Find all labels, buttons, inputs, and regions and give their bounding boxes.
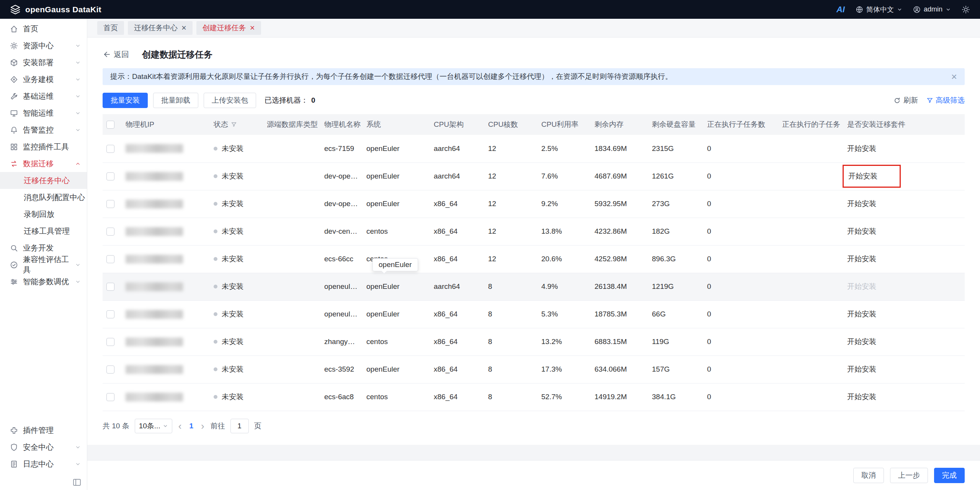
back-button[interactable]: 返回: [103, 49, 129, 60]
sidebar-subitem-label: 消息队列配置中心: [24, 192, 85, 203]
row-checkbox[interactable]: [106, 310, 114, 318]
select-all-cell: [103, 114, 122, 135]
current-page-button[interactable]: 1: [188, 422, 195, 430]
system-cell: openEuler: [363, 300, 430, 328]
close-icon[interactable]: ×: [951, 72, 957, 82]
start-install-link[interactable]: 开始安装: [847, 255, 876, 263]
row-checkbox[interactable]: [106, 283, 114, 291]
user-menu[interactable]: admin: [913, 5, 951, 13]
page-header: 返回 创建数据迁移任务: [103, 45, 965, 64]
start-install-link[interactable]: 开始安装: [848, 172, 877, 180]
language-selector[interactable]: 简体中文: [856, 5, 902, 14]
sidebar-item-plugin-mgmt[interactable]: 插件管理: [0, 422, 87, 439]
start-install-link[interactable]: 开始安装: [847, 282, 876, 290]
sidebar-item-install-deploy[interactable]: 安装部署: [0, 54, 87, 71]
advanced-filter-button[interactable]: 高级筛选: [926, 95, 965, 105]
sidebar-item-smart-param-tuning[interactable]: 智能参数调优: [0, 273, 87, 290]
row-checkbox[interactable]: [106, 393, 114, 401]
close-icon[interactable]: ×: [250, 24, 255, 32]
sidebar-subitem-record-replay[interactable]: 录制回放: [0, 206, 87, 223]
row-checkbox[interactable]: [106, 338, 114, 346]
sidebar-item-business-dev[interactable]: 业务开发: [0, 239, 87, 256]
sidebar-item-log-center[interactable]: 日志中心: [0, 456, 87, 472]
table-row: 未安装dev-openeuler-...openEuleraarch64127.…: [103, 162, 965, 190]
previous-step-button[interactable]: 上一步: [890, 468, 928, 483]
sidebar-item-smart-ops[interactable]: 智能运维: [0, 105, 87, 121]
batch-uninstall-button[interactable]: 批量卸载: [153, 93, 198, 108]
tab[interactable]: 迁移任务中心×: [128, 21, 193, 35]
sidebar-item-resource-center[interactable]: 资源中心: [0, 37, 87, 54]
sidebar-subitem-migration-tool-mgmt[interactable]: 迁移工具管理: [0, 223, 87, 239]
finish-button[interactable]: 完成: [934, 468, 965, 483]
machine-table: 物理机IP 状态 源端数据库类型 物理机名称 系统 CPU架构 CPU核数 CP…: [103, 114, 965, 411]
start-install-link[interactable]: 开始安装: [847, 393, 876, 401]
sidebar-subitem-migration-task-center[interactable]: 迁移任务中心: [0, 172, 87, 189]
start-install-link[interactable]: 开始安装: [847, 338, 876, 346]
sidebar-item-monitor-plugin-tools[interactable]: 监控插件工具: [0, 138, 87, 155]
start-install-link[interactable]: 开始安装: [847, 365, 876, 373]
ai-assistant-button[interactable]: AI: [836, 5, 845, 15]
sidebar-item-label: 资源中心: [23, 41, 54, 51]
free-memory-cell: 1834.69M: [591, 135, 648, 162]
selected-machines-count: 0: [311, 96, 315, 104]
physical-ip-redacted: [126, 172, 183, 181]
upload-package-button[interactable]: 上传安装包: [204, 93, 256, 108]
start-install-link[interactable]: 开始安装: [847, 144, 876, 152]
status-dot-icon: [214, 202, 217, 206]
avatar-icon: [913, 6, 921, 13]
start-install-link[interactable]: 开始安装: [847, 310, 876, 318]
row-checkbox[interactable]: [106, 228, 114, 236]
select-all-checkbox[interactable]: [106, 121, 114, 129]
chevron-down-icon: [75, 127, 81, 133]
sidebar-item-security-center[interactable]: 安全中心: [0, 439, 87, 456]
sidebar-item-basic-ops[interactable]: 基础运维: [0, 88, 87, 105]
sidebar-item-home[interactable]: 首页: [0, 20, 87, 37]
install-suite-cell: 开始安装: [843, 218, 965, 245]
start-install-link[interactable]: 开始安装: [847, 227, 876, 235]
refresh-button[interactable]: 刷新: [893, 95, 918, 105]
row-checkbox[interactable]: [106, 200, 114, 208]
main-area: 首页迁移任务中心×创建迁移任务× 返回 创建数据迁移任务 提示：DataKit本…: [87, 19, 980, 490]
status-filter-icon[interactable]: [231, 121, 237, 128]
page-title: 创建数据迁移任务: [142, 49, 212, 61]
system-cell: openEuler: [363, 162, 430, 190]
sidebar-item-alarm-monitor[interactable]: 告警监控: [0, 121, 87, 138]
sidebar-subitem-mq-config-center[interactable]: 消息队列配置中心: [0, 189, 87, 206]
sidebar-item-data-migration[interactable]: 数据迁移: [0, 155, 87, 172]
dev-icon: [10, 244, 18, 252]
sidebar-item-compat-eval-tools[interactable]: 兼容性评估工具: [0, 256, 87, 273]
row-checkbox[interactable]: [106, 255, 114, 263]
next-page-button[interactable]: ›: [200, 421, 205, 431]
batch-install-button[interactable]: 批量安装: [103, 93, 148, 108]
machine-name-cell: zhangyaozhong: [320, 328, 363, 356]
sidebar-collapse-button[interactable]: [72, 478, 82, 487]
page-content: 返回 创建数据迁移任务 提示：DataKit本着资源利用最大化原则尽量让子任务并…: [87, 38, 980, 445]
goto-page-input[interactable]: [230, 419, 249, 433]
app-title: openGauss DataKit: [25, 5, 101, 14]
close-icon[interactable]: ×: [181, 24, 186, 32]
prev-page-button[interactable]: ‹: [178, 421, 183, 431]
tab[interactable]: 首页: [97, 21, 124, 35]
install-suite-cell: 开始安装: [843, 245, 965, 273]
row-checkbox[interactable]: [106, 145, 114, 153]
opengauss-logo-icon: [10, 4, 21, 15]
machine-name-cell: dev-centos: [320, 218, 363, 245]
system-cell: openEuler: [363, 356, 430, 383]
row-checkbox[interactable]: [106, 172, 114, 180]
sidebar-item-label: 智能运维: [23, 108, 54, 118]
physical-ip-redacted: [126, 310, 183, 319]
chevron-down-icon: [75, 279, 81, 285]
tab[interactable]: 创建迁移任务×: [196, 21, 261, 35]
sidebar-item-business-modeling[interactable]: 业务建模: [0, 71, 87, 88]
tab-label: 首页: [103, 23, 118, 33]
status-dot-icon: [214, 395, 217, 399]
row-checkbox[interactable]: [106, 365, 114, 374]
status-cell: 未安装: [210, 245, 263, 273]
sidebar-subitem-label: 迁移工具管理: [24, 226, 70, 236]
start-install-link[interactable]: 开始安装: [847, 200, 876, 208]
page-size-select[interactable]: 10条...: [135, 419, 172, 433]
tuning-icon: [10, 278, 18, 286]
theme-toggle-button[interactable]: [962, 5, 970, 14]
col-header-running-subtask-count: 正在执行子任务数: [703, 114, 778, 135]
cancel-button[interactable]: 取消: [853, 468, 884, 483]
